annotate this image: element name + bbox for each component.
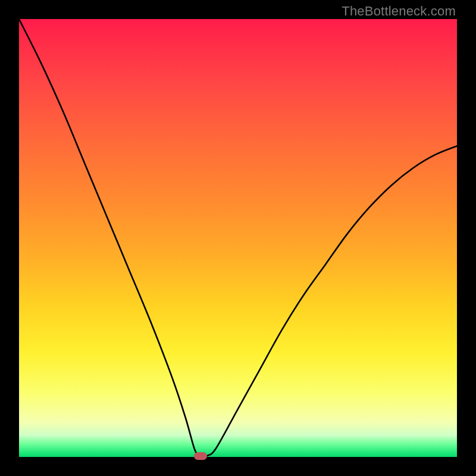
chart-frame: TheBottleneck.com [0, 0, 476, 476]
bottleneck-curve [19, 19, 457, 457]
plot-area [19, 19, 457, 457]
watermark-text: TheBottleneck.com [342, 4, 456, 19]
optimal-marker [194, 452, 207, 460]
